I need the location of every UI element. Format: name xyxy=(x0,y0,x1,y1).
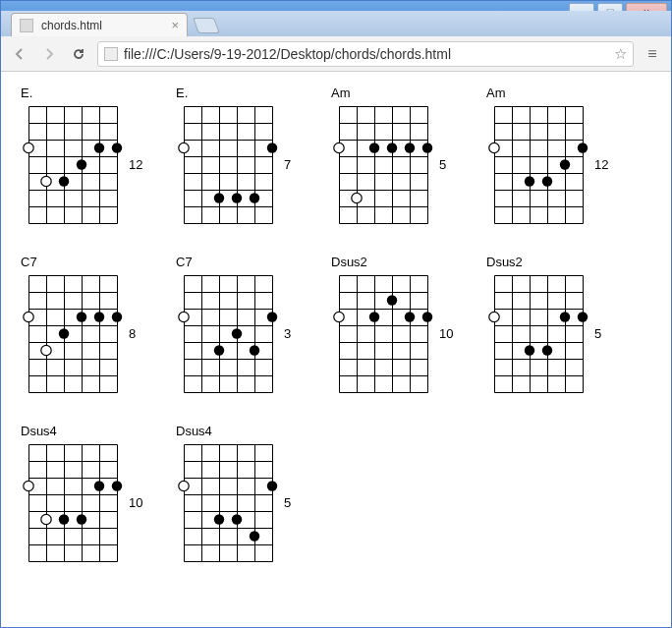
chord-diagram xyxy=(176,271,280,396)
chord-card: Am5 xyxy=(331,86,459,227)
fretted-note-dot xyxy=(59,328,69,338)
chord-card: Dsus410 xyxy=(21,424,148,565)
fret-label: 12 xyxy=(594,157,608,172)
fretted-note-dot xyxy=(94,481,104,490)
open-note-dot xyxy=(41,514,51,524)
fret-label: 3 xyxy=(284,326,291,341)
page-icon xyxy=(20,19,33,32)
chord-diagram-wrap: 12 xyxy=(486,102,614,227)
fretted-note-dot xyxy=(59,514,69,524)
open-note-dot xyxy=(352,193,362,202)
fretted-note-dot xyxy=(214,514,224,524)
fret-label: 10 xyxy=(129,495,142,510)
fret-label: 5 xyxy=(284,495,291,510)
chord-name: Dsus2 xyxy=(486,255,614,269)
url-text: file:///C:/Users/9-19-2012/Desktop/chord… xyxy=(124,46,608,62)
chord-diagram-wrap: 8 xyxy=(21,271,148,396)
fretted-note-dot xyxy=(387,143,397,152)
chord-diagram xyxy=(331,102,435,227)
browser-window: – □ × chords.html × file:///C:/Users/9-1… xyxy=(0,0,672,628)
open-note-dot xyxy=(41,176,51,186)
chord-diagram-wrap: 12 xyxy=(21,102,148,227)
chord-diagram-wrap: 5 xyxy=(331,102,459,227)
open-note-dot xyxy=(24,312,33,321)
fretted-note-dot xyxy=(525,345,534,355)
fretted-note-dot xyxy=(232,193,242,202)
chord-card: Dsus45 xyxy=(176,424,304,565)
open-note-dot xyxy=(334,312,344,321)
fretted-note-dot xyxy=(94,143,104,152)
open-note-dot xyxy=(179,143,189,152)
tab-close-icon[interactable]: × xyxy=(171,18,179,32)
chord-diagram xyxy=(486,271,590,396)
chord-name: E. xyxy=(176,86,304,100)
chord-card: Dsus210 xyxy=(331,255,459,396)
chord-diagram-wrap: 10 xyxy=(21,440,148,565)
chord-name: Dsus4 xyxy=(21,424,148,438)
forward-button[interactable] xyxy=(38,43,60,65)
fret-label: 5 xyxy=(439,157,446,172)
new-tab-button[interactable] xyxy=(193,18,220,33)
chord-name: E. xyxy=(21,86,148,100)
chord-card: E.7 xyxy=(176,86,304,227)
fretted-note-dot xyxy=(232,514,242,524)
fretted-note-dot xyxy=(112,312,122,321)
toolbar: file:///C:/Users/9-19-2012/Desktop/chord… xyxy=(1,36,671,72)
chord-card: Am12 xyxy=(486,86,614,227)
open-note-dot xyxy=(24,481,33,490)
fretted-note-dot xyxy=(267,481,277,490)
url-bar[interactable]: file:///C:/Users/9-19-2012/Desktop/chord… xyxy=(97,41,634,67)
tab-chords[interactable]: chords.html × xyxy=(11,13,188,36)
chord-name: Dsus2 xyxy=(331,255,459,269)
fretted-note-dot xyxy=(112,481,122,490)
chord-card: C73 xyxy=(176,255,304,396)
back-button[interactable] xyxy=(9,43,30,65)
menu-button[interactable]: ≡ xyxy=(642,43,663,65)
fretted-note-dot xyxy=(77,514,86,524)
fretted-note-dot xyxy=(422,312,432,321)
fretted-note-dot xyxy=(560,159,570,169)
fretted-note-dot xyxy=(387,295,397,305)
fretted-note-dot xyxy=(542,176,552,186)
chord-card: E.12 xyxy=(21,86,148,227)
fretted-note-dot xyxy=(578,143,588,152)
fret-label: 12 xyxy=(129,157,142,172)
fretted-note-dot xyxy=(232,328,242,338)
fretted-note-dot xyxy=(77,312,86,321)
chord-name: Am xyxy=(331,86,459,100)
fretted-note-dot xyxy=(542,345,552,355)
chord-name: C7 xyxy=(21,255,148,269)
fretted-note-dot xyxy=(214,345,224,355)
fretted-note-dot xyxy=(94,312,104,321)
chord-diagram-wrap: 3 xyxy=(176,271,304,396)
bookmark-star-icon[interactable]: ☆ xyxy=(614,45,627,63)
fretted-note-dot xyxy=(560,312,570,321)
fretted-note-dot xyxy=(525,176,534,186)
fretted-note-dot xyxy=(250,531,259,541)
fretted-note-dot xyxy=(214,193,224,202)
chord-diagram xyxy=(21,440,125,565)
fretted-note-dot xyxy=(369,143,379,152)
chord-card: Dsus25 xyxy=(486,255,614,396)
fretted-note-dot xyxy=(369,312,379,321)
chord-diagram xyxy=(21,102,125,227)
fretted-note-dot xyxy=(422,143,432,152)
chord-diagram-wrap: 5 xyxy=(176,440,304,565)
chord-card: C78 xyxy=(21,255,148,396)
open-note-dot xyxy=(489,143,499,152)
fret-label: 10 xyxy=(439,326,453,341)
fretted-note-dot xyxy=(578,312,588,321)
chord-diagram xyxy=(176,102,280,227)
chord-diagram xyxy=(331,271,435,396)
fret-label: 5 xyxy=(594,326,601,341)
fret-label: 7 xyxy=(284,157,291,172)
fretted-note-dot xyxy=(250,345,259,355)
chord-diagram xyxy=(21,271,125,396)
fretted-note-dot xyxy=(59,176,69,186)
fretted-note-dot xyxy=(267,143,277,152)
fretted-note-dot xyxy=(267,312,277,321)
open-note-dot xyxy=(41,345,51,355)
chord-diagram-wrap: 10 xyxy=(331,271,459,396)
reload-button[interactable] xyxy=(68,43,89,65)
open-note-dot xyxy=(334,143,344,152)
